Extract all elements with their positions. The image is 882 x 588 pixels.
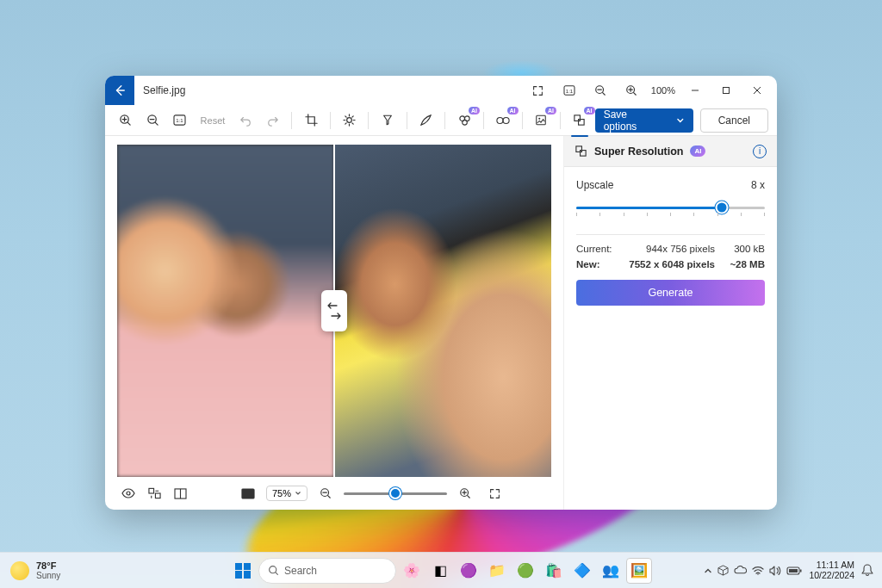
- save-options-label: Save options: [604, 108, 661, 133]
- generate-label: Generate: [648, 287, 693, 299]
- image-canvas: [117, 145, 551, 477]
- close-button[interactable]: [742, 78, 772, 102]
- svg-point-9: [347, 118, 352, 123]
- after-image: [334, 145, 551, 477]
- zoom-out-icon[interactable]: [586, 78, 615, 102]
- svg-point-16: [538, 118, 540, 120]
- crop-icon[interactable]: [299, 108, 323, 133]
- before-image: [117, 145, 334, 477]
- save-options-button[interactable]: Save options: [595, 108, 693, 133]
- cancel-label: Cancel: [718, 115, 750, 127]
- svg-point-13: [497, 117, 503, 123]
- svg-point-28: [270, 566, 276, 573]
- tray-chevron-up-icon[interactable]: [704, 566, 712, 575]
- redo-icon[interactable]: [261, 108, 285, 133]
- zoom-slider[interactable]: [344, 492, 447, 495]
- zoom-in-icon[interactable]: [617, 78, 646, 102]
- tray-onedrive-icon[interactable]: [734, 566, 747, 575]
- separator: [291, 112, 292, 129]
- search-icon: [268, 565, 279, 576]
- weather-widget[interactable]: 78°F Sunny: [10, 560, 60, 580]
- zoom-in-tool-icon[interactable]: [114, 108, 138, 133]
- fit-icon[interactable]: [237, 482, 259, 504]
- reset-button[interactable]: Reset: [196, 108, 231, 133]
- ai-badge: AI: [507, 107, 519, 115]
- taskbar: 78°F Sunny Search 🌸 ◧ 🟣 📁 🟢 🛍️ 🔷 👥 🖼️: [0, 552, 882, 588]
- svg-rect-4: [724, 88, 730, 94]
- sun-icon: [10, 561, 29, 580]
- panel-title: Super Resolution: [594, 145, 683, 158]
- svg-rect-18: [579, 120, 585, 126]
- cancel-button[interactable]: Cancel: [700, 108, 768, 133]
- upscale-label: Upscale: [576, 179, 613, 191]
- super-resolution-icon: [575, 145, 587, 158]
- super-resolution-ai-icon[interactable]: AI: [568, 108, 592, 133]
- tray-notifications-icon[interactable]: [861, 564, 873, 577]
- search-placeholder: Search: [284, 565, 317, 577]
- svg-point-19: [127, 492, 130, 495]
- svg-rect-20: [148, 488, 153, 493]
- info-icon[interactable]: i: [753, 145, 767, 158]
- start-button[interactable]: [230, 558, 256, 584]
- swap-arrows-icon: [327, 301, 341, 310]
- taskbar-app-taskview[interactable]: ◧: [427, 558, 453, 584]
- taskbar-app-edge[interactable]: 🟢: [512, 558, 538, 584]
- separator: [407, 112, 407, 129]
- zoom-value: 75%: [272, 488, 291, 498]
- undo-icon[interactable]: [233, 108, 258, 133]
- svg-point-12: [462, 121, 467, 126]
- clock-time: 11:11 AM: [817, 560, 854, 571]
- tray-cube-icon[interactable]: [717, 565, 729, 576]
- svg-text:1:1: 1:1: [177, 118, 184, 123]
- compare-view-icon[interactable]: [143, 482, 165, 504]
- split-view-icon[interactable]: [169, 482, 191, 504]
- separator: [522, 112, 523, 129]
- weather-condition: Sunny: [36, 571, 60, 580]
- taskbar-app-teams[interactable]: 👥: [598, 558, 624, 584]
- background-ai-icon[interactable]: AI: [491, 108, 515, 133]
- system-clock[interactable]: 11:11 AM 10/22/2024: [809, 560, 854, 580]
- upscale-slider[interactable]: [576, 198, 765, 219]
- taskbar-app-photos[interactable]: 🖼️: [626, 558, 652, 584]
- svg-rect-17: [575, 115, 581, 121]
- svg-text:1:1: 1:1: [566, 89, 574, 94]
- search-input[interactable]: Search: [258, 558, 396, 584]
- generate-button[interactable]: Generate: [576, 280, 765, 306]
- svg-point-29: [758, 573, 760, 575]
- tray-volume-icon[interactable]: [769, 566, 781, 576]
- brightness-icon[interactable]: [338, 108, 362, 133]
- taskbar-app-1[interactable]: 🌸: [399, 558, 425, 584]
- fullscreen-icon[interactable]: [524, 78, 553, 102]
- svg-point-14: [503, 117, 509, 123]
- tray-battery-icon[interactable]: [786, 566, 802, 575]
- view-toggle-icon[interactable]: [117, 482, 140, 504]
- window-title: Selfie.jpg: [143, 84, 185, 96]
- zoom-select[interactable]: 75%: [266, 486, 307, 501]
- maximize-button[interactable]: [711, 78, 741, 102]
- ai-badge: AI: [545, 107, 556, 115]
- taskbar-app-outlook[interactable]: 🔷: [569, 558, 595, 584]
- restyle-ai-icon[interactable]: AI: [529, 108, 553, 133]
- minimize-button[interactable]: [680, 78, 710, 102]
- zoom-in-icon[interactable]: [454, 482, 476, 504]
- zoom-out-icon[interactable]: [314, 482, 337, 504]
- ai-badge: AI: [584, 107, 595, 115]
- taskbar-app-copilot[interactable]: 🟣: [456, 558, 481, 584]
- compare-handle[interactable]: [321, 290, 347, 331]
- zoom-slider-thumb[interactable]: [389, 487, 401, 499]
- taskbar-app-store[interactable]: 🛍️: [541, 558, 567, 584]
- fullscreen-icon[interactable]: [483, 482, 506, 504]
- clock-date: 10/22/2024: [809, 571, 854, 581]
- new-dims: 7552 x 6048 pixels: [626, 259, 715, 269]
- tray-wifi-icon[interactable]: [752, 566, 764, 575]
- fit-screen-icon[interactable]: 1:1: [168, 108, 192, 133]
- filter-icon[interactable]: [376, 108, 400, 133]
- back-button[interactable]: [105, 76, 134, 105]
- svg-rect-23: [242, 489, 254, 498]
- taskbar-app-explorer[interactable]: 📁: [484, 558, 510, 584]
- separator: [560, 112, 561, 129]
- actual-size-icon[interactable]: 1:1: [555, 78, 584, 102]
- zoom-out-tool-icon[interactable]: [141, 108, 165, 133]
- markup-icon[interactable]: [414, 108, 438, 133]
- erase-ai-icon[interactable]: AI: [452, 108, 476, 133]
